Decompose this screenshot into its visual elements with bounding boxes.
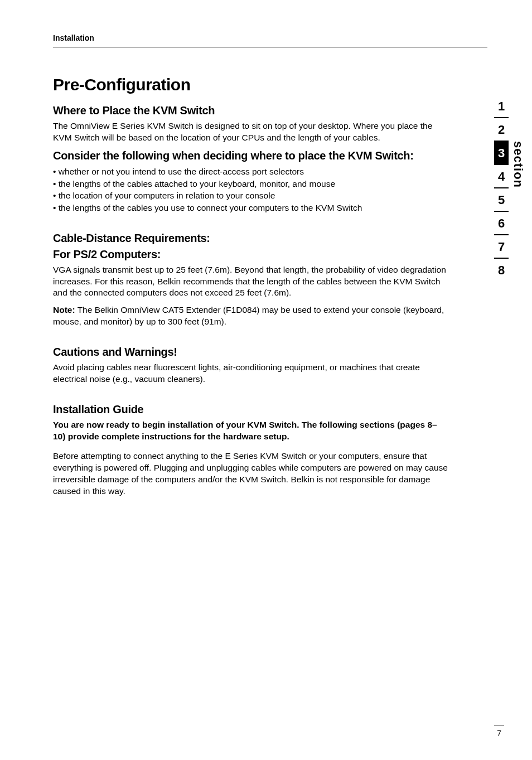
section-nav: 1 2 3 4 5 6 7 8 — [494, 95, 509, 281]
cable-distance-heading: Cable-Distance Requirements: — [53, 232, 449, 245]
nav-item-2[interactable]: 2 — [494, 118, 509, 142]
bullet-item: the lengths of the cables you use to con… — [53, 202, 449, 214]
install-guide-body: Before attempting to connect anything to… — [53, 451, 449, 497]
where-to-place-heading: Where to Place the KVM Switch — [53, 104, 449, 117]
where-to-place-body: The OmniView E Series KVM Switch is desi… — [53, 120, 449, 144]
install-guide-bold: You are now ready to begin installation … — [53, 419, 449, 443]
consider-heading: Consider the following when deciding whe… — [53, 149, 449, 162]
bullet-item: the lengths of the cables attached to yo… — [53, 178, 449, 190]
note-body: The Belkin OmniView CAT5 Extender (F1D08… — [53, 305, 444, 326]
ps2-note: Note: The Belkin OmniView CAT5 Extender … — [53, 304, 449, 328]
header-section-title: Installation — [53, 33, 487, 42]
header-divider — [53, 47, 487, 47]
ps2-heading: For PS/2 Computers: — [53, 248, 449, 261]
bullet-item: whether or not you intend to use the dir… — [53, 166, 449, 178]
nav-item-6[interactable]: 6 — [494, 212, 509, 235]
nav-item-1[interactable]: 1 — [494, 95, 509, 118]
cautions-heading: Cautions and Warnings! — [53, 346, 449, 359]
section-vertical-label: section — [511, 141, 525, 188]
page-number: 7 — [497, 729, 501, 738]
ps2-body: VGA signals transmit best up to 25 feet … — [53, 264, 449, 299]
install-guide-heading: Installation Guide — [53, 403, 449, 416]
main-content: Pre-Configuration Where to Place the KVM… — [53, 75, 449, 497]
cautions-body: Avoid placing cables near fluorescent li… — [53, 362, 449, 385]
note-label: Note: — [53, 305, 75, 314]
page-number-rule — [494, 725, 504, 725]
nav-item-8[interactable]: 8 — [494, 259, 509, 281]
nav-item-5[interactable]: 5 — [494, 188, 509, 212]
nav-item-7[interactable]: 7 — [494, 235, 509, 259]
page-title: Pre-Configuration — [53, 75, 449, 94]
nav-item-4[interactable]: 4 — [494, 165, 509, 188]
bullet-item: the location of your computers in relati… — [53, 190, 449, 202]
nav-item-3[interactable]: 3 — [494, 142, 509, 165]
consider-bullets: whether or not you intend to use the dir… — [53, 166, 449, 214]
